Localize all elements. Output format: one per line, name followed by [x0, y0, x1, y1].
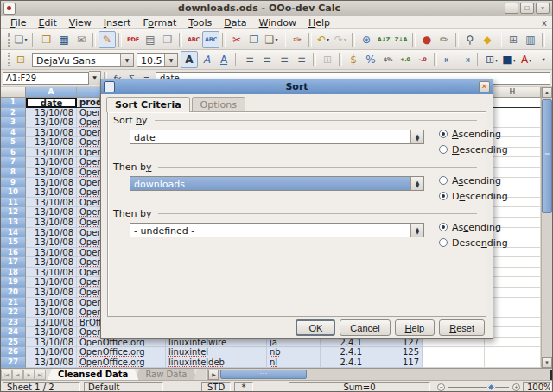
cell[interactable]: 13/10/08	[26, 187, 77, 198]
row-header-15[interactable]: 15	[1, 237, 26, 248]
sort-by-combobox[interactable]: date ▲▼	[130, 130, 424, 144]
dialog-close-button[interactable]: ×	[479, 81, 490, 92]
undo-button[interactable]: ↶▾	[315, 31, 332, 48]
styles-window-button[interactable]: ⊡	[12, 51, 29, 68]
radio-icon[interactable]	[439, 223, 448, 231]
cell[interactable]: 13/10/08	[26, 168, 77, 178]
toolbar-grip[interactable]	[3, 53, 10, 66]
tab-options[interactable]: Options	[192, 97, 245, 111]
add-decimal-place-button[interactable]: +.0	[397, 51, 414, 68]
paste-button[interactable]: ❑▾	[263, 31, 280, 48]
vertical-scrollbar[interactable]: ▲ ▼	[541, 87, 552, 368]
align-right-button[interactable]: ≡	[276, 51, 293, 68]
align-justified-button[interactable]: ≡	[293, 51, 310, 68]
menu-insert[interactable]: Insert	[98, 16, 137, 29]
font-color-button[interactable]: A▾	[518, 51, 535, 68]
radio-icon[interactable]	[439, 130, 448, 138]
italic-button[interactable]: A	[198, 51, 215, 68]
row-header-23[interactable]: 23	[1, 318, 26, 328]
menu-window[interactable]: Window	[253, 16, 302, 29]
delete-decimal-place-button[interactable]: -.0	[414, 51, 431, 68]
cell[interactable]: 2.4.1	[321, 357, 365, 368]
page-style-field[interactable]: Default	[84, 382, 163, 392]
menu-help[interactable]: Help	[302, 16, 336, 29]
sort-descending-button[interactable]: Z↓A	[392, 31, 410, 48]
vertical-scrollbar-thumb[interactable]	[542, 99, 552, 213]
cell[interactable]: 13/10/08	[26, 218, 77, 228]
cell[interactable]: 13/10/08	[26, 318, 77, 328]
spelling-button[interactable]: ABC	[185, 31, 202, 48]
document-as-email-button[interactable]: ✉	[73, 31, 90, 48]
descending-radio-1[interactable]: Descending	[439, 143, 508, 155]
zoom-in-icon[interactable]: +	[512, 383, 520, 391]
cell[interactable]: 13/10/08	[26, 288, 77, 298]
row-header-14[interactable]: 14	[1, 228, 26, 238]
ascending-radio-2[interactable]: Ascending	[439, 174, 508, 187]
menu-file[interactable]: File	[4, 16, 32, 29]
cell[interactable]: linuxinteldeb	[166, 357, 267, 368]
row-header-4[interactable]: 4	[1, 128, 26, 138]
cell[interactable]	[423, 357, 485, 368]
row-header-7[interactable]: 7	[1, 157, 26, 168]
radio-icon[interactable]	[439, 192, 448, 200]
row-header-11[interactable]: 11	[1, 198, 26, 208]
cell[interactable]: 13/10/08	[26, 357, 77, 368]
zoom-slider-thumb[interactable]	[487, 383, 496, 391]
name-box-dropdown-icon[interactable]: ▼	[89, 71, 101, 85]
decrease-indent-button[interactable]: ⇤	[440, 51, 457, 68]
row-header-12[interactable]: 12	[1, 207, 26, 218]
cell[interactable]: 117	[365, 357, 423, 368]
then-by-combobox-2[interactable]: - undefined - ▲▼	[130, 223, 424, 237]
cell[interactable]: 13/10/08	[26, 228, 77, 238]
borders-button[interactable]: ⊞▾	[483, 51, 500, 68]
bold-button[interactable]: A	[181, 51, 198, 68]
number-format-currency-button[interactable]: $	[345, 51, 362, 68]
cell[interactable]: 125	[365, 347, 423, 357]
help-button[interactable]: Help	[395, 319, 435, 336]
next-sheet-button[interactable]: ▶	[23, 370, 35, 380]
row-header-18[interactable]: 18	[1, 268, 26, 278]
cell[interactable]: 13/10/08	[26, 207, 77, 218]
column-header-A[interactable]: A	[26, 87, 77, 98]
cell[interactable]: 13/10/08	[26, 108, 77, 118]
row-header-5[interactable]: 5	[1, 137, 26, 148]
spinner-icon[interactable]: ▲▼	[410, 224, 423, 237]
scroll-down-icon[interactable]: ▼	[542, 357, 552, 368]
row-header-16[interactable]: 16	[1, 248, 26, 258]
cell[interactable]: 13/10/08	[26, 298, 77, 308]
minimize-button[interactable]: –	[505, 3, 518, 14]
selection-mode-field[interactable]: STD	[201, 382, 231, 392]
sheet-tab-cleansed-data[interactable]: Cleansed Data	[48, 369, 138, 380]
row-header-20[interactable]: 20	[1, 288, 26, 298]
cell[interactable]: linuxintel	[166, 347, 267, 357]
reset-button[interactable]: Reset	[439, 319, 485, 336]
page-preview-button[interactable]: ❐	[159, 31, 176, 48]
name-box[interactable]: A1:F29	[3, 72, 89, 85]
cell[interactable]: nl	[267, 357, 321, 368]
radio-icon[interactable]	[439, 145, 448, 154]
cell[interactable]: 13/10/08	[26, 307, 77, 318]
tab-sort-criteria[interactable]: Sort Criteria	[106, 97, 190, 112]
cell[interactable]: 13/10/08	[26, 148, 77, 158]
row-header-6[interactable]: 6	[1, 148, 26, 158]
font-size-combobox[interactable]: 10.5 ▼	[137, 53, 178, 67]
row-header-9[interactable]: 9	[1, 178, 26, 188]
menu-edit[interactable]: Edit	[32, 16, 62, 29]
row-header-25[interactable]: 25	[1, 338, 26, 348]
close-button[interactable]: ×	[536, 3, 550, 14]
ascending-radio-1[interactable]: Ascending	[439, 128, 508, 140]
radio-icon[interactable]	[439, 238, 448, 247]
number-format-percent-button[interactable]: %	[362, 51, 379, 68]
maximize-button[interactable]: □	[520, 3, 534, 14]
descending-radio-3[interactable]: Descending	[439, 237, 508, 249]
horizontal-scrollbar-thumb[interactable]	[220, 370, 307, 379]
cell[interactable]: 13/10/08	[26, 257, 77, 268]
sort-ascending-button[interactable]: A↓Z	[375, 31, 392, 48]
insert-chart-button[interactable]: ●	[418, 31, 435, 48]
cell[interactable]: 13/10/08	[26, 117, 77, 128]
split-handle[interactable]	[550, 370, 552, 380]
last-sheet-button[interactable]: ▶|	[35, 370, 46, 380]
export-pdf-button[interactable]: PDF	[124, 31, 142, 48]
sheet-tab-raw-data[interactable]: Raw Data	[135, 369, 197, 380]
descending-radio-2[interactable]: Descending	[439, 190, 508, 202]
